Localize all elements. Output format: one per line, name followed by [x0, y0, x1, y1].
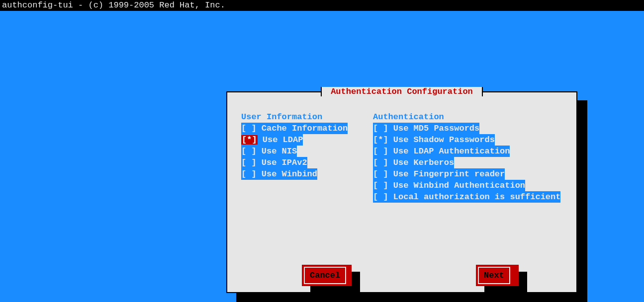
- dialog-title: Authentication Configuration: [321, 87, 483, 96]
- checkbox-userinfo-use-nis[interactable]: [ ] Use NIS: [241, 146, 297, 157]
- checkbox-auth-use-fingerprint-reader[interactable]: [ ] Use Fingerprint reader: [373, 168, 505, 180]
- authentication-header: Authentication: [373, 112, 562, 122]
- title-bar: authconfig-tui - (c) 1999-2005 Red Hat, …: [0, 0, 644, 11]
- checkbox-userinfo-use-ipav2[interactable]: [ ] Use IPAv2: [241, 157, 307, 168]
- checkbox-auth-use-md5-passwords[interactable]: [ ] Use MD5 Passwords: [373, 123, 479, 134]
- checkbox-auth-use-winbind-authentication[interactable]: [ ] Use Winbind Authentication: [373, 180, 525, 191]
- checkbox-userinfo-cache-information[interactable]: [ ] Cache Information: [241, 123, 348, 134]
- auth-config-dialog: Authentication Configuration User Inform…: [226, 91, 577, 293]
- authentication-column: Authentication [ ] Use MD5 Passwords[*] …: [373, 112, 562, 203]
- checkbox-auth-use-ldap-authentication[interactable]: [ ] Use LDAP Authentication: [373, 146, 510, 157]
- checkbox-auth-use-kerberos[interactable]: [ ] Use Kerberos: [373, 157, 454, 168]
- next-button[interactable]: Next: [476, 265, 519, 286]
- user-information-header: User Information: [241, 112, 373, 122]
- cancel-button[interactable]: Cancel: [302, 265, 352, 286]
- checkbox-userinfo-use-winbind[interactable]: [ ] Use Winbind: [241, 168, 317, 180]
- checkbox-auth-use-shadow-passwords[interactable]: [*] Use Shadow Passwords: [373, 134, 495, 146]
- checkbox-auth-local-authorization-is-sufficient[interactable]: [ ] Local authorization is sufficient: [373, 191, 560, 203]
- terminal-screen: authconfig-tui - (c) 1999-2005 Red Hat, …: [0, 0, 644, 302]
- user-information-column: User Information [ ] Cache Information[*…: [241, 112, 373, 203]
- checkbox-userinfo-use-ldap[interactable]: [*] Use LDAP: [241, 134, 303, 146]
